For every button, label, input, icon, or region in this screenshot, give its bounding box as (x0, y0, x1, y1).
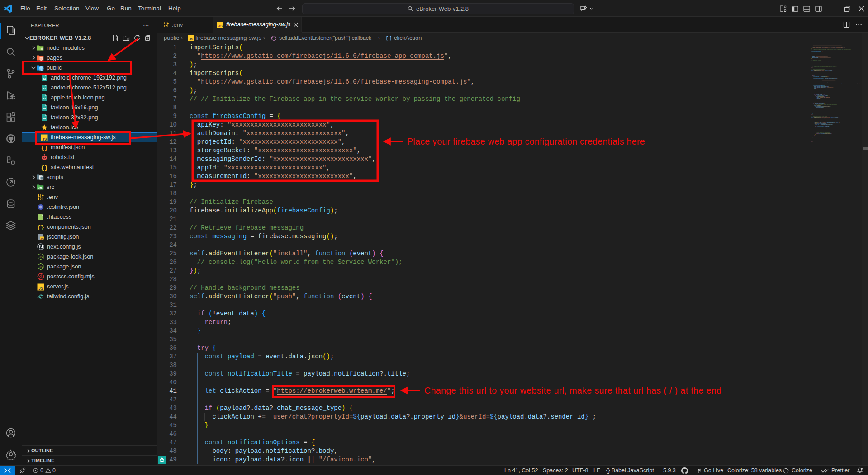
svg-text:{}: {} (37, 224, 44, 231)
svg-text:JS: JS (218, 24, 223, 28)
svg-text:JS: JS (39, 265, 43, 268)
svg-text:{}: {} (41, 145, 48, 151)
svg-text:JS: JS (40, 237, 44, 240)
svg-text:JS: JS (38, 286, 43, 291)
svg-text:{}: {} (41, 165, 48, 171)
svg-text:JS: JS (42, 137, 47, 141)
svg-text:JS: JS (39, 255, 43, 259)
svg-text:JS: JS (190, 38, 194, 41)
